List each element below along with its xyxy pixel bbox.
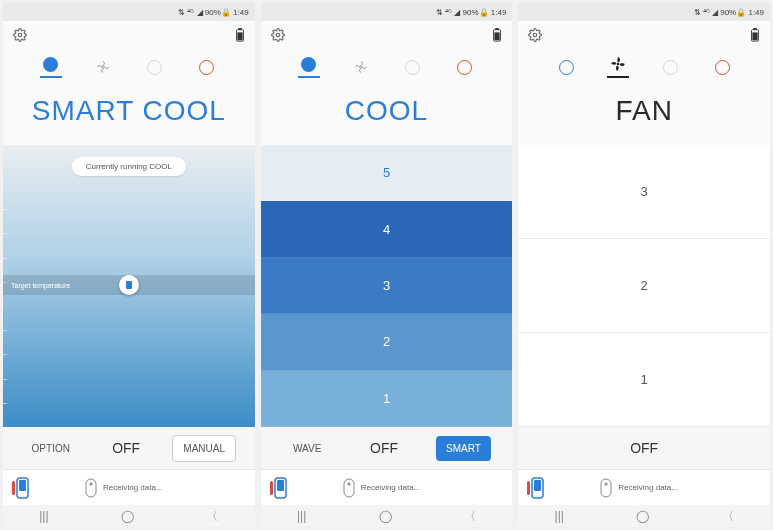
android-nav-bar: ||| ◯ 〈: [3, 505, 255, 527]
mode-heat-icon[interactable]: [449, 60, 479, 75]
svg-point-10: [90, 482, 93, 485]
off-button[interactable]: OFF: [101, 433, 151, 463]
svg-rect-19: [344, 479, 354, 497]
mode-title: FAN: [518, 95, 770, 127]
status-text: ⇅ ⁴ᴳ ◢ 90%🔒 1:49: [436, 8, 506, 17]
mode-title: COOL: [261, 95, 513, 127]
status-bar: ⇅ ⁴ᴳ ◢ 90%🔒 1:49: [3, 3, 255, 21]
slider-knob[interactable]: [119, 275, 139, 295]
mode-smart-icon[interactable]: [36, 57, 66, 78]
level-4[interactable]: 4: [261, 201, 513, 257]
remote-icon: [85, 478, 97, 498]
level-1[interactable]: 1: [518, 333, 770, 427]
bottom-bar: OPTION OFF MANUAL: [3, 427, 255, 469]
level-3[interactable]: 3: [261, 258, 513, 314]
screen-fan: ⇅ ⁴ᴳ ◢ 90%🔒 1:49 FAN 3 2 1 OFF Receiving…: [518, 3, 770, 527]
manual-button[interactable]: MANUAL: [172, 435, 236, 462]
bottom-bar: OFF: [518, 427, 770, 469]
recent-apps-button[interactable]: |||: [297, 509, 306, 523]
mode-fan-icon[interactable]: [603, 56, 633, 78]
svg-rect-3: [237, 32, 242, 40]
top-bar: [3, 21, 255, 49]
back-button[interactable]: 〈: [722, 508, 734, 525]
level-5[interactable]: 5: [261, 145, 513, 201]
option-button[interactable]: OPTION: [22, 436, 80, 461]
battery-icon: [235, 28, 245, 42]
svg-point-15: [359, 66, 362, 69]
status-pill: Currently running COOL: [72, 157, 186, 176]
temperature-slider[interactable]: Target temperature: [3, 275, 255, 295]
status-text: ⇅ ⁴ᴳ ◢ 90%🔒 1:49: [178, 8, 248, 17]
status-bar: ⇅ ⁴ᴳ ◢ 90%🔒 1:49: [261, 3, 513, 21]
recent-apps-button[interactable]: |||: [555, 509, 564, 523]
android-nav-bar: ||| ◯ 〈: [518, 505, 770, 527]
mode-heat-icon[interactable]: [707, 60, 737, 75]
svg-point-30: [605, 482, 608, 485]
settings-icon[interactable]: [271, 28, 285, 42]
wave-button[interactable]: WAVE: [282, 436, 332, 461]
back-button[interactable]: 〈: [464, 508, 476, 525]
main-area: Currently running COOL Target temperatur…: [3, 145, 255, 427]
device-status-row: Receiving data...: [261, 469, 513, 505]
remote-icon: [343, 478, 355, 498]
screen-smartcool: ⇅ ⁴ᴳ ◢ 90%🔒 1:49 SMART COOL Currently ru…: [3, 3, 255, 527]
android-nav-bar: ||| ◯ 〈: [261, 505, 513, 527]
status-message: Receiving data...: [361, 483, 421, 492]
svg-rect-9: [86, 479, 96, 497]
svg-rect-28: [534, 480, 541, 491]
settings-icon[interactable]: [528, 28, 542, 42]
battery-icon: [492, 28, 502, 42]
status-text: ⇅ ⁴ᴳ ◢ 90%🔒 1:49: [694, 8, 764, 17]
mode-cool-icon[interactable]: [397, 60, 427, 75]
device-status-row: Receiving data...: [3, 469, 255, 505]
recent-apps-button[interactable]: |||: [39, 509, 48, 523]
svg-point-0: [18, 33, 22, 37]
mode-bar: [518, 49, 770, 85]
svg-rect-5: [126, 281, 132, 289]
settings-icon[interactable]: [13, 28, 27, 42]
remote-icon: [600, 478, 612, 498]
device-icon: [269, 477, 287, 499]
svg-rect-2: [238, 28, 242, 30]
svg-rect-8: [19, 480, 26, 491]
level-2[interactable]: 2: [261, 314, 513, 370]
bottom-bar: WAVE OFF SMART: [261, 427, 513, 469]
mode-fan-icon[interactable]: [88, 59, 118, 75]
mode-cool-icon[interactable]: [140, 60, 170, 75]
level-selector[interactable]: 5 4 3 2 1: [261, 145, 513, 427]
svg-rect-26: [527, 481, 530, 495]
off-button[interactable]: OFF: [359, 433, 409, 463]
mode-smart-icon[interactable]: [551, 60, 581, 75]
device-status-row: Receiving data...: [518, 469, 770, 505]
screen-cool: ⇅ ⁴ᴳ ◢ 90%🔒 1:49 COOL 5 4 3 2 1 WAVE OFF…: [261, 3, 513, 527]
mode-cool-icon[interactable]: [655, 60, 685, 75]
back-button[interactable]: 〈: [206, 508, 218, 525]
smart-button[interactable]: SMART: [436, 436, 491, 461]
home-button[interactable]: ◯: [121, 509, 134, 523]
main-area: 5 4 3 2 1: [261, 145, 513, 427]
off-button[interactable]: OFF: [619, 433, 669, 463]
battery-icon: [750, 28, 760, 42]
svg-rect-6: [12, 481, 15, 495]
level-3[interactable]: 3: [518, 145, 770, 239]
mode-fan-icon[interactable]: [346, 59, 376, 75]
svg-rect-16: [270, 481, 273, 495]
svg-rect-24: [752, 32, 757, 40]
status-message: Receiving data...: [103, 483, 163, 492]
svg-point-11: [276, 33, 280, 37]
mode-smart-icon[interactable]: [294, 57, 324, 78]
mode-heat-icon[interactable]: [192, 60, 222, 75]
home-button[interactable]: ◯: [379, 509, 392, 523]
mode-bar: [3, 49, 255, 85]
svg-rect-18: [277, 480, 284, 491]
main-area: 3 2 1: [518, 145, 770, 427]
status-bar: ⇅ ⁴ᴳ ◢ 90%🔒 1:49: [518, 3, 770, 21]
device-icon: [11, 477, 29, 499]
level-2[interactable]: 2: [518, 239, 770, 333]
svg-point-21: [534, 33, 538, 37]
level-selector[interactable]: 3 2 1: [518, 145, 770, 427]
home-button[interactable]: ◯: [636, 509, 649, 523]
svg-rect-23: [753, 28, 757, 30]
level-1[interactable]: 1: [261, 371, 513, 427]
status-message: Receiving data...: [618, 483, 678, 492]
